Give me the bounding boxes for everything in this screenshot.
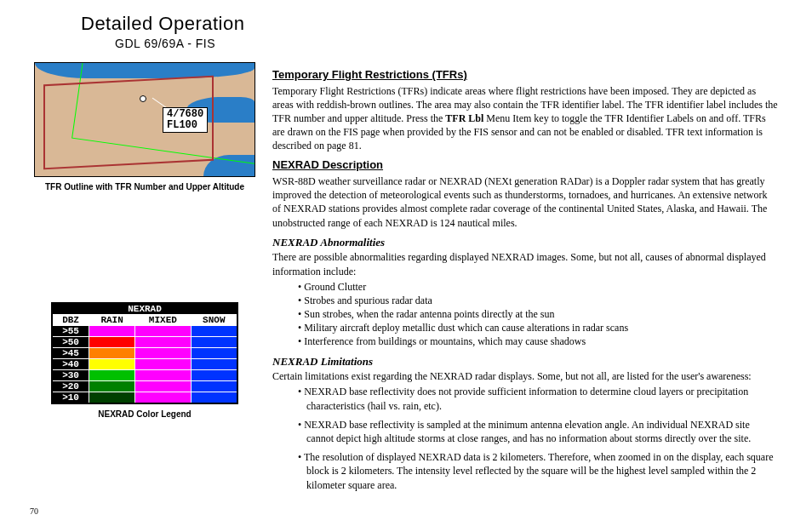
list-item: NEXRAD base reflectivity does not provid…	[298, 385, 778, 412]
tfr-paragraph: Temporary Flight Restrictions (TFRs) ind…	[272, 84, 778, 153]
col-header: SNOW	[191, 315, 237, 326]
list-item: Military aircraft deploy metallic dust w…	[298, 321, 778, 334]
rain-color-cell	[89, 348, 135, 359]
tfr-id: 4/7680	[167, 108, 203, 120]
rain-color-cell	[89, 326, 135, 337]
tfr-label-box: 4/7680 FL100	[163, 107, 208, 133]
table-row: >20	[52, 381, 237, 392]
rain-color-cell	[89, 392, 135, 404]
limitations-list: NEXRAD base reflectivity does not provid…	[298, 385, 778, 491]
table-row: >55	[52, 326, 237, 337]
nexrad-rows: >55>50>45>40>30>20>10	[52, 326, 237, 404]
rain-color-cell	[89, 370, 135, 381]
subheading-limitations: NEXRAD Limitations	[272, 354, 778, 369]
dbz-cell: >45	[52, 348, 89, 359]
mixed-color-cell	[135, 348, 191, 359]
subheading-abnormalities: NEXRAD Abnormalities	[272, 235, 778, 250]
mixed-color-cell	[135, 381, 191, 392]
nexrad-legend-figure: NEXRAD DBZ RAIN MIXED SNOW >55>50>45>40>…	[51, 302, 238, 419]
two-column-layout: 4/7680 FL100 TFR Outline with TFR Number…	[34, 62, 778, 494]
dbz-cell: >40	[52, 359, 89, 370]
snow-color-cell	[191, 348, 237, 359]
snow-color-cell	[191, 370, 237, 381]
table-row: >45	[52, 348, 237, 359]
list-item: The resolution of displayed NEXRAD data …	[298, 450, 778, 492]
list-item: NEXRAD base reflectivity is sampled at t…	[298, 418, 778, 445]
list-item: Strobes and spurious radar data	[298, 294, 778, 307]
tfr-map-figure: 4/7680 FL100	[34, 62, 255, 177]
mixed-color-cell	[135, 392, 191, 404]
dbz-cell: >30	[52, 370, 89, 381]
mixed-color-cell	[135, 359, 191, 370]
page-number: 70	[30, 506, 38, 516]
list-item: Sun strobes, when the radar antenna poin…	[298, 307, 778, 321]
rain-color-cell	[89, 337, 135, 348]
limitations-intro: Certain limitations exist regarding the …	[272, 369, 778, 383]
dbz-cell: >10	[52, 392, 89, 404]
tfr-figure-caption: TFR Outline with TFR Number and Upper Al…	[34, 182, 255, 192]
page-header: Detailed Operation GDL 69/69A - FIS	[81, 13, 778, 50]
col-header: MIXED	[135, 315, 191, 326]
col-header: RAIN	[89, 315, 135, 326]
mixed-color-cell	[135, 370, 191, 381]
table-row: >30	[52, 370, 237, 381]
nexrad-table-title: NEXRAD	[52, 303, 237, 315]
dbz-cell: >20	[52, 381, 89, 392]
table-row: >50	[52, 337, 237, 348]
table-row: >40	[52, 359, 237, 370]
page-title: Detailed Operation	[81, 13, 778, 35]
dbz-cell: >55	[52, 326, 89, 337]
menu-key-label: TFR Lbl	[445, 112, 483, 124]
col-header: DBZ	[52, 315, 89, 326]
dbz-cell: >50	[52, 337, 89, 348]
nexrad-desc-paragraph: WSR-88D weather surveillance radar or NE…	[272, 174, 778, 230]
page-subtitle: GDL 69/69A - FIS	[115, 37, 778, 50]
snow-color-cell	[191, 337, 237, 348]
abnormalities-intro: There are possible abnormalities regardi…	[272, 250, 778, 277]
snow-color-cell	[191, 359, 237, 370]
list-item: Interference from buildings or mountains…	[298, 334, 778, 348]
rain-color-cell	[89, 381, 135, 392]
abnormalities-list: Ground Clutter Strobes and spurious rada…	[298, 280, 778, 349]
mixed-color-cell	[135, 337, 191, 348]
section-heading-nexrad-desc: NEXRAD Description	[272, 157, 778, 173]
mixed-color-cell	[135, 326, 191, 337]
section-heading-tfr: Temporary Flight Restrictions (TFRs)	[272, 67, 778, 83]
snow-color-cell	[191, 326, 237, 337]
table-row: >10	[52, 392, 237, 404]
nexrad-figure-caption: NEXRAD Color Legend	[51, 409, 238, 419]
list-item: Ground Clutter	[298, 280, 778, 294]
snow-color-cell	[191, 392, 237, 404]
left-column: 4/7680 FL100 TFR Outline with TFR Number…	[34, 62, 255, 494]
right-column: Temporary Flight Restrictions (TFRs) Tem…	[272, 62, 778, 494]
rain-color-cell	[89, 359, 135, 370]
snow-color-cell	[191, 381, 237, 392]
nexrad-color-legend-table: NEXRAD DBZ RAIN MIXED SNOW >55>50>45>40>…	[51, 302, 238, 404]
tfr-anchor-dot	[140, 95, 146, 102]
tfr-altitude: FL100	[167, 119, 197, 131]
